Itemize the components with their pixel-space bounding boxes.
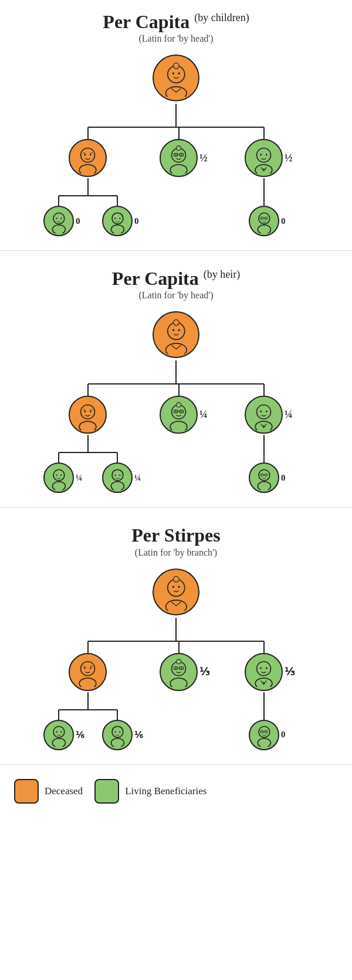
svg-point-95 [265, 474, 266, 475]
svg-point-138 [258, 739, 270, 747]
avatar-l2-lr-2 [102, 462, 133, 493]
svg-point-135 [114, 731, 116, 733]
avatar-l1-right-1 [245, 139, 283, 177]
node-l2-ll-3: ⅙ [43, 720, 84, 750]
share-l1-mid-3: ⅓ [199, 665, 209, 678]
share-l1-right-1: ½ [285, 152, 293, 164]
share-l2-lr-1: 0 [134, 216, 139, 226]
svg-point-13 [173, 63, 179, 69]
node-root-3 [153, 569, 199, 615]
svg-point-39 [114, 217, 116, 219]
node-l2-r-1: 0 [249, 206, 286, 236]
svg-point-84 [60, 474, 62, 475]
svg-point-130 [52, 739, 65, 747]
section2-subtitle: (Latin for 'by head') [138, 290, 213, 301]
section2-title: Per Capita (by heir) [112, 268, 240, 289]
svg-point-36 [60, 217, 62, 219]
svg-point-65 [79, 421, 96, 430]
svg-point-15 [178, 72, 180, 74]
svg-point-70 [176, 403, 181, 407]
svg-point-12 [165, 87, 187, 97]
svg-point-87 [114, 474, 116, 475]
svg-point-123 [181, 668, 182, 669]
svg-point-132 [60, 731, 62, 733]
svg-point-31 [265, 154, 267, 155]
share-l1-right-2: ¼ [285, 409, 293, 421]
avatar-l2-r-3 [249, 720, 279, 750]
svg-point-63 [178, 329, 180, 331]
svg-point-18 [84, 154, 86, 155]
svg-point-64 [80, 405, 94, 419]
svg-point-28 [256, 148, 270, 162]
svg-point-108 [165, 600, 187, 611]
avatar-l2-r-2 [249, 462, 279, 493]
svg-point-86 [111, 482, 124, 490]
avatar-l2-ll-3 [43, 720, 74, 750]
node-l1-left-3 [69, 653, 107, 691]
legend-item-deceased: Deceased [14, 779, 83, 804]
svg-point-134 [111, 739, 124, 747]
svg-point-17 [79, 164, 96, 173]
node-l1-mid-3: ⅓ [160, 653, 209, 691]
svg-point-76 [256, 405, 270, 419]
svg-point-82 [52, 482, 65, 490]
node-l2-lr-1: 0 [102, 206, 139, 236]
share-l2-lr-3: ⅙ [134, 730, 143, 740]
section1-subtitle: (Latin for 'by head') [138, 33, 213, 44]
svg-point-21 [170, 164, 187, 173]
svg-point-127 [265, 668, 267, 669]
avatar-root-2 [153, 311, 199, 358]
svg-point-62 [172, 329, 174, 331]
svg-point-75 [181, 411, 182, 412]
svg-point-94 [261, 474, 262, 475]
share-l2-ll-3: ⅙ [76, 730, 84, 740]
diagram-3: ⅓ ⅓ [35, 566, 317, 748]
avatar-root-1 [153, 55, 199, 101]
share-l2-r-2: 0 [281, 473, 286, 483]
node-l2-lr-2: ¼ [102, 462, 141, 493]
share-l2-ll-1: 0 [76, 216, 80, 226]
node-l2-ll-1: 0 [43, 206, 80, 236]
svg-point-118 [176, 659, 181, 664]
svg-point-90 [258, 482, 270, 490]
node-l2-ll-2: ¼ [43, 462, 82, 493]
svg-point-74 [175, 411, 176, 412]
diagram-2: ¼ ¼ [35, 309, 317, 491]
node-l1-right-2: ¼ [245, 396, 293, 434]
svg-point-126 [260, 668, 262, 669]
avatar-l1-left-2 [69, 396, 107, 434]
legend-item-living: Living Beneficiaries [94, 779, 207, 804]
svg-point-38 [111, 224, 124, 233]
avatar-l2-ll-2 [43, 462, 74, 493]
avatar-l2-ll-1 [43, 206, 74, 236]
svg-point-111 [178, 586, 180, 588]
svg-point-88 [119, 474, 120, 475]
svg-point-114 [84, 668, 86, 669]
svg-point-117 [170, 678, 187, 687]
legend-box-deceased [14, 779, 39, 804]
svg-point-32 [263, 168, 264, 169]
svg-point-110 [172, 586, 174, 588]
share-l2-r-3: 0 [281, 730, 286, 740]
svg-point-136 [119, 731, 120, 733]
svg-point-14 [172, 72, 174, 74]
svg-point-22 [176, 146, 181, 151]
svg-point-124 [256, 662, 270, 676]
section1-title-super: (by children) [194, 12, 249, 23]
section3-title: Per Stirpes [131, 525, 220, 546]
node-l1-right-3: ⅓ [245, 653, 295, 691]
divider-1 [0, 250, 352, 251]
svg-point-46 [261, 217, 262, 219]
avatar-l1-mid-1 [160, 139, 198, 177]
divider-2 [0, 507, 352, 508]
node-l1-mid-1: ½ [160, 139, 208, 177]
legend: Deceased Living Beneficiaries [0, 771, 352, 812]
svg-point-80 [263, 425, 264, 426]
svg-point-26 [175, 154, 176, 155]
svg-point-60 [165, 343, 187, 354]
svg-point-30 [260, 154, 262, 155]
share-l1-mid-1: ½ [199, 152, 208, 164]
diagram-1: ½ ½ [35, 52, 317, 234]
legend-label-living: Living Beneficiaries [125, 785, 207, 797]
svg-point-42 [258, 224, 270, 233]
